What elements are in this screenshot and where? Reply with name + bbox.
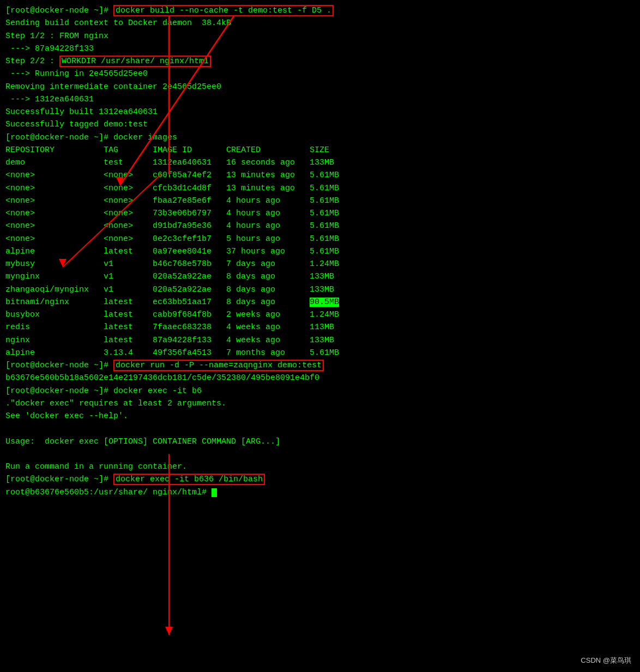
terminal-line — [5, 422, 635, 435]
terminal-line: Successfully tagged demo:test — [5, 118, 635, 131]
table-header: REPOSITORY TAG IMAGE ID CREATED SIZE — [5, 144, 635, 156]
table-row: <none> <none> c60f85a74ef2 13 minutes ag… — [5, 169, 635, 181]
terminal: [root@docker-node ~]# docker build --no-… — [0, 0, 640, 672]
table-row: alpine latest 0a97eee8041e 37 hours ago … — [5, 245, 635, 258]
terminal-line: See 'docker exec --help'. — [5, 410, 635, 422]
terminal-line: ---> 1312ea640631 — [5, 93, 635, 106]
terminal-line: [root@docker-node ~]# docker exec -it b6… — [5, 473, 635, 486]
terminal-line: [root@docker-node ~]# docker images — [5, 131, 635, 144]
table-row: <none> <none> 0e2c3cfef1b7 5 hours ago 5… — [5, 233, 635, 245]
table-row: <none> <none> 73b3e06b6797 4 hours ago 5… — [5, 207, 635, 220]
terminal-line: [root@docker-node ~]# docker run -d -P -… — [5, 359, 635, 372]
table-row: busybox latest cabb9f684f8b 2 weeks ago … — [5, 308, 635, 321]
table-row: bitnami/nginx latest ec63bb51aa17 8 days… — [5, 296, 635, 308]
command-highlight: WORKDIR /usr/share/ nginx/html — [59, 56, 211, 67]
terminal-line: Step 2/2 : WORKDIR /usr/share/ nginx/htm… — [5, 55, 635, 68]
table-row: <none> <none> cfcb3d1c4d8f 13 minutes ag… — [5, 182, 635, 195]
terminal-line: Step 1/2 : FROM nginx — [5, 30, 635, 43]
command-highlight: docker exec -it b636 /bin/bash — [113, 474, 265, 485]
svg-marker-6 — [165, 627, 173, 635]
command-highlight: docker run -d -P --name=zaqnginx demo:te… — [113, 360, 324, 371]
terminal-line: b63676e560b5b18a5602e14e2197436dcb181/c5… — [5, 372, 635, 384]
table-row: redis latest 7faaec683238 4 weeks ago 11… — [5, 321, 635, 334]
terminal-line: Run a command in a running container. — [5, 461, 635, 473]
prompt: [root@docker-node ~]# — [5, 6, 113, 15]
table-row: demo test 1312ea640631 16 seconds ago 13… — [5, 156, 635, 169]
terminal-line: ."docker exec" requires at least 2 argum… — [5, 397, 635, 410]
terminal-line: ---> Running in 2e4565d25ee0 — [5, 68, 635, 80]
terminal-line: Usage: docker exec [OPTIONS] CONTAINER C… — [5, 435, 635, 448]
watermark: CSDN @菜鸟琪 — [581, 656, 631, 665]
table-row: <none> <none> d91bd7a95e36 4 hours ago 5… — [5, 220, 635, 232]
terminal-line: root@b63676e560b5:/usr/share/ nginx/html… — [5, 486, 635, 499]
terminal-line: Sending build context to Docker daemon 3… — [5, 17, 635, 29]
terminal-line: Successfully built 1312ea640631 — [5, 106, 635, 118]
table-row: mybusy v1 b46c768e578b 7 days ago 1.24MB — [5, 258, 635, 270]
terminal-line: [root@docker-node ~]# docker build --no-… — [5, 4, 635, 17]
terminal-line — [5, 448, 635, 461]
table-row: <none> <none> fbaa27e85e6f 4 hours ago 5… — [5, 195, 635, 207]
command-highlight: docker build --no-cache -t demo:test -f … — [113, 5, 334, 16]
table-row: nginx latest 87a94228f133 4 weeks ago 13… — [5, 334, 635, 347]
terminal-line: [root@docker-node ~]# docker exec -it b6 — [5, 385, 635, 397]
terminal-line: Removing intermediate container 2e4565d2… — [5, 81, 635, 93]
cursor — [212, 488, 217, 497]
table-row: zhangaoqi/mynginx v1 020a52a922ae 8 days… — [5, 283, 635, 296]
table-row: alpine 3.13.4 49f356fa4513 7 months ago … — [5, 347, 635, 359]
table-row: mynginx v1 020a52a922ae 8 days ago 133MB — [5, 270, 635, 283]
terminal-line: ---> 87a94228f133 — [5, 43, 635, 55]
